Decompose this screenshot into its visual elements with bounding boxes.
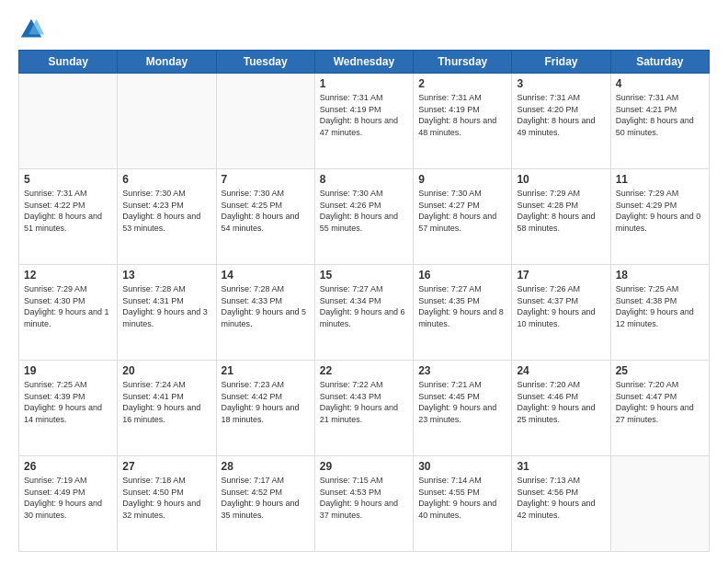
day-header-thursday: Thursday (414, 51, 512, 74)
calendar-cell (118, 74, 216, 169)
day-header-saturday: Saturday (610, 51, 709, 74)
day-number: 1 (320, 77, 408, 90)
week-row-2: 12Sunrise: 7:29 AM Sunset: 4:30 PM Dayli… (19, 265, 710, 361)
day-info: Sunrise: 7:25 AM Sunset: 4:38 PM Dayligh… (616, 283, 704, 329)
day-info: Sunrise: 7:22 AM Sunset: 4:43 PM Dayligh… (320, 379, 408, 425)
day-number: 29 (320, 460, 408, 473)
calendar-cell: 31Sunrise: 7:13 AM Sunset: 4:56 PM Dayli… (512, 456, 610, 552)
logo-icon (18, 17, 44, 42)
calendar-cell: 9Sunrise: 7:30 AM Sunset: 4:27 PM Daylig… (414, 169, 512, 265)
week-row-0: 1Sunrise: 7:31 AM Sunset: 4:19 PM Daylig… (19, 74, 710, 169)
day-header-tuesday: Tuesday (216, 51, 314, 74)
day-number: 15 (320, 269, 408, 282)
day-info: Sunrise: 7:17 AM Sunset: 4:52 PM Dayligh… (222, 475, 310, 521)
day-number: 12 (24, 269, 112, 282)
day-header-sunday: Sunday (19, 51, 118, 74)
day-header-monday: Monday (118, 51, 216, 74)
calendar-cell: 23Sunrise: 7:21 AM Sunset: 4:45 PM Dayli… (414, 361, 512, 456)
day-info: Sunrise: 7:31 AM Sunset: 4:21 PM Dayligh… (616, 92, 704, 138)
day-info: Sunrise: 7:30 AM Sunset: 4:23 PM Dayligh… (122, 188, 210, 234)
day-info: Sunrise: 7:23 AM Sunset: 4:42 PM Dayligh… (222, 379, 310, 425)
day-number: 30 (418, 460, 506, 473)
day-info: Sunrise: 7:27 AM Sunset: 4:34 PM Dayligh… (320, 283, 408, 329)
day-info: Sunrise: 7:25 AM Sunset: 4:39 PM Dayligh… (24, 379, 112, 425)
calendar-cell: 14Sunrise: 7:28 AM Sunset: 4:33 PM Dayli… (216, 265, 314, 361)
header (18, 17, 710, 42)
calendar-cell: 5Sunrise: 7:31 AM Sunset: 4:22 PM Daylig… (19, 169, 118, 265)
day-number: 9 (418, 173, 506, 186)
calendar-cell: 22Sunrise: 7:22 AM Sunset: 4:43 PM Dayli… (314, 361, 413, 456)
calendar-cell: 15Sunrise: 7:27 AM Sunset: 4:34 PM Dayli… (314, 265, 413, 361)
day-info: Sunrise: 7:21 AM Sunset: 4:45 PM Dayligh… (418, 379, 506, 425)
day-info: Sunrise: 7:29 AM Sunset: 4:28 PM Dayligh… (517, 188, 605, 234)
day-info: Sunrise: 7:30 AM Sunset: 4:25 PM Dayligh… (222, 188, 310, 234)
calendar-cell: 27Sunrise: 7:18 AM Sunset: 4:50 PM Dayli… (118, 456, 216, 552)
calendar-cell: 8Sunrise: 7:30 AM Sunset: 4:26 PM Daylig… (314, 169, 413, 265)
day-info: Sunrise: 7:19 AM Sunset: 4:49 PM Dayligh… (24, 475, 112, 521)
day-info: Sunrise: 7:20 AM Sunset: 4:47 PM Dayligh… (616, 379, 704, 425)
calendar-cell: 2Sunrise: 7:31 AM Sunset: 4:19 PM Daylig… (414, 74, 512, 169)
day-number: 24 (517, 364, 605, 377)
day-header-friday: Friday (512, 51, 610, 74)
calendar-cell: 25Sunrise: 7:20 AM Sunset: 4:47 PM Dayli… (610, 361, 709, 456)
week-row-3: 19Sunrise: 7:25 AM Sunset: 4:39 PM Dayli… (19, 361, 710, 456)
day-number: 3 (517, 77, 605, 90)
day-info: Sunrise: 7:29 AM Sunset: 4:30 PM Dayligh… (24, 283, 112, 329)
calendar-cell: 12Sunrise: 7:29 AM Sunset: 4:30 PM Dayli… (19, 265, 118, 361)
day-number: 10 (517, 173, 605, 186)
day-number: 18 (616, 269, 704, 282)
day-number: 11 (616, 173, 704, 186)
day-number: 23 (418, 364, 506, 377)
day-number: 8 (320, 173, 408, 186)
calendar-cell: 16Sunrise: 7:27 AM Sunset: 4:35 PM Dayli… (414, 265, 512, 361)
week-row-4: 26Sunrise: 7:19 AM Sunset: 4:49 PM Dayli… (19, 456, 710, 552)
calendar-cell (610, 456, 709, 552)
day-info: Sunrise: 7:28 AM Sunset: 4:31 PM Dayligh… (122, 283, 210, 329)
calendar-cell: 4Sunrise: 7:31 AM Sunset: 4:21 PM Daylig… (610, 74, 709, 169)
calendar-cell: 6Sunrise: 7:30 AM Sunset: 4:23 PM Daylig… (118, 169, 216, 265)
day-number: 17 (517, 269, 605, 282)
day-info: Sunrise: 7:31 AM Sunset: 4:22 PM Dayligh… (24, 188, 112, 234)
day-number: 20 (122, 364, 210, 377)
day-number: 16 (418, 269, 506, 282)
day-number: 14 (222, 269, 310, 282)
day-number: 25 (616, 364, 704, 377)
day-number: 27 (122, 460, 210, 473)
day-info: Sunrise: 7:26 AM Sunset: 4:37 PM Dayligh… (517, 283, 605, 329)
calendar-cell: 17Sunrise: 7:26 AM Sunset: 4:37 PM Dayli… (512, 265, 610, 361)
day-number: 13 (122, 269, 210, 282)
calendar-cell: 20Sunrise: 7:24 AM Sunset: 4:41 PM Dayli… (118, 361, 216, 456)
calendar-cell: 30Sunrise: 7:14 AM Sunset: 4:55 PM Dayli… (414, 456, 512, 552)
calendar-cell: 19Sunrise: 7:25 AM Sunset: 4:39 PM Dayli… (19, 361, 118, 456)
day-number: 5 (24, 173, 112, 186)
day-number: 26 (24, 460, 112, 473)
day-info: Sunrise: 7:30 AM Sunset: 4:26 PM Dayligh… (320, 188, 408, 234)
day-info: Sunrise: 7:24 AM Sunset: 4:41 PM Dayligh… (122, 379, 210, 425)
day-number: 31 (517, 460, 605, 473)
calendar-cell: 13Sunrise: 7:28 AM Sunset: 4:31 PM Dayli… (118, 265, 216, 361)
day-info: Sunrise: 7:14 AM Sunset: 4:55 PM Dayligh… (418, 475, 506, 521)
day-info: Sunrise: 7:28 AM Sunset: 4:33 PM Dayligh… (222, 283, 310, 329)
header-row: SundayMondayTuesdayWednesdayThursdayFrid… (19, 51, 710, 74)
day-number: 28 (222, 460, 310, 473)
calendar-cell: 28Sunrise: 7:17 AM Sunset: 4:52 PM Dayli… (216, 456, 314, 552)
calendar-cell: 10Sunrise: 7:29 AM Sunset: 4:28 PM Dayli… (512, 169, 610, 265)
calendar-table: SundayMondayTuesdayWednesdayThursdayFrid… (18, 50, 710, 552)
day-info: Sunrise: 7:15 AM Sunset: 4:53 PM Dayligh… (320, 475, 408, 521)
day-number: 2 (418, 77, 506, 90)
day-number: 21 (222, 364, 310, 377)
calendar-cell: 1Sunrise: 7:31 AM Sunset: 4:19 PM Daylig… (314, 74, 413, 169)
day-info: Sunrise: 7:29 AM Sunset: 4:29 PM Dayligh… (616, 188, 704, 234)
day-header-wednesday: Wednesday (314, 51, 413, 74)
day-number: 7 (222, 173, 310, 186)
week-row-1: 5Sunrise: 7:31 AM Sunset: 4:22 PM Daylig… (19, 169, 710, 265)
calendar-cell: 7Sunrise: 7:30 AM Sunset: 4:25 PM Daylig… (216, 169, 314, 265)
day-info: Sunrise: 7:31 AM Sunset: 4:19 PM Dayligh… (418, 92, 506, 138)
logo (18, 17, 48, 42)
day-info: Sunrise: 7:31 AM Sunset: 4:20 PM Dayligh… (517, 92, 605, 138)
calendar-cell (19, 74, 118, 169)
page: SundayMondayTuesdayWednesdayThursdayFrid… (0, 0, 728, 563)
day-info: Sunrise: 7:31 AM Sunset: 4:19 PM Dayligh… (320, 92, 408, 138)
day-info: Sunrise: 7:27 AM Sunset: 4:35 PM Dayligh… (418, 283, 506, 329)
day-number: 19 (24, 364, 112, 377)
